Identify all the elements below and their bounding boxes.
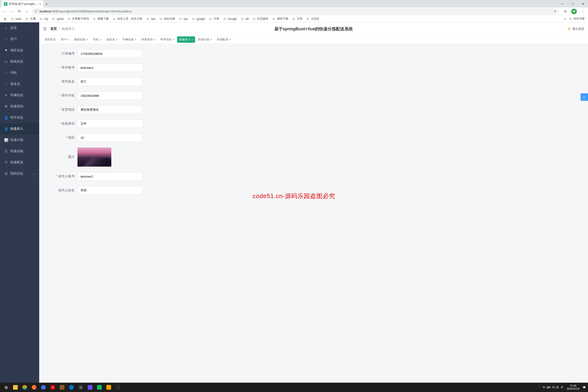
taskbar-app[interactable] [39,383,48,392]
order_no-input[interactable] [78,50,143,58]
sidebar-item[interactable]: 👤快递录入 [0,123,39,134]
battery-icon[interactable]: 🗗 [560,385,564,390]
bookmark-item[interactable]: 🗀txy [38,16,49,22]
nav-tab[interactable]: 快递分拣× [196,36,214,43]
extensions-icon[interactable]: ⊞ [562,8,568,15]
recv_name-input[interactable] [78,186,143,194]
forward-button[interactable]: → [9,9,14,14]
sidebar-item[interactable]: 👤寄件信息 [0,112,39,123]
sidebar-item[interactable]: ☰我的信息⌄ [0,168,39,179]
reload-button[interactable]: ⟳ [17,9,22,14]
nav-tab[interactable]: 快递类别× [139,36,157,43]
bookmark-item[interactable]: 🗀aff [239,16,250,22]
nav-tab[interactable]: 寄件信息× [158,36,176,43]
sidebar-item[interactable]: 🗨快递配送 [0,157,39,168]
tab-close-icon[interactable]: × [210,38,212,41]
sidebar-item[interactable]: ⚑地区信息 [0,45,39,56]
bookmark-item[interactable]: 🗀tools [9,16,23,22]
new-tab-button[interactable]: + [44,1,50,8]
taskbar-app[interactable] [20,383,30,392]
nav-tab[interactable]: 用户× [59,36,71,43]
menu-icon[interactable]: ⋮ [580,8,586,15]
bookmark-item[interactable]: 🗀vpn [145,16,157,22]
ship_addr-input[interactable] [78,106,143,114]
price-input[interactable] [78,134,143,142]
bookmark-item[interactable]: 🗀uplod [50,16,65,22]
bookmark-item[interactable]: 🗀Max云梯 [158,16,176,22]
sidebar-item[interactable]: ☷快递运输 [0,146,39,157]
clock[interactable]: 21:30 2024/12/15 [565,384,581,390]
nav-tab[interactable]: 派送员× [104,36,120,43]
category-input[interactable] [78,120,143,128]
minimize-button[interactable]: — [557,0,568,8]
bookmark-item[interactable]: 🗀Google [222,16,238,22]
tab-close-icon[interactable]: × [68,38,69,41]
apps-icon[interactable]: ⊞ [2,16,8,22]
bookmark-item[interactable]: 🗀社交媒体 [251,16,270,22]
ime-mode[interactable]: 中) [552,386,555,389]
taskbar-app[interactable]: W [48,383,58,392]
translate-icon[interactable]: ✶ [554,10,556,13]
bookmark-item[interactable]: 🗀共享账号密码 [66,16,90,22]
notifications-icon[interactable]: 💬 [582,385,586,390]
start-button[interactable]: ⊞ [2,383,11,392]
sidebar-item[interactable]: 📊快递分拣 [0,134,39,146]
ime-locale[interactable]: 中 [543,386,545,389]
nav-tab[interactable]: 路线信息× [72,36,90,43]
collapse-icon[interactable]: ☰ [43,26,47,32]
profile-avatar[interactable]: W [571,9,577,14]
back-button[interactable]: ← [2,9,6,14]
taskbar-app[interactable] [58,383,67,392]
sidebar-item[interactable]: ≡车辆信息 [0,90,39,101]
bookmark-item[interactable]: 🗀百度 [208,16,221,22]
taskbar-app[interactable] [104,383,114,392]
taskbar-app[interactable] [67,383,76,392]
tab-close-icon[interactable]: × [116,38,117,41]
tab-close-icon[interactable]: × [86,38,88,41]
tab-close-icon[interactable]: × [172,38,174,41]
sidebar-item[interactable]: ∷派送员 [0,78,39,90]
maximize-button[interactable]: □ [568,0,578,8]
sender_phone-input[interactable] [78,92,143,100]
tab-close-icon[interactable]: × [191,38,193,41]
site-info-icon[interactable]: ⓘ [34,9,38,14]
bookmark-item[interactable]: 🗀源码下载 [271,16,290,22]
logout-button[interactable]: ⏻ 退出系统 [568,27,584,31]
nav-tab[interactable]: 系统首页 [42,36,58,43]
ime-lang[interactable]: 英 [556,386,559,389]
bookmark-item[interactable]: 🗀vps [177,16,190,22]
nav-tab[interactable]: 快递配送× [215,36,233,43]
taskbar-app[interactable] [86,383,95,392]
browser-tab[interactable]: V 管理端-基于springBoot+Vue的... × [2,0,44,8]
bookmark-item[interactable]: 🗀宝藏 [24,16,37,22]
chevron-right-icon[interactable]: » [564,17,566,20]
bookmark-item[interactable]: 🗀宝塔 [290,16,304,22]
bookmark-item[interactable]: 🗀google [190,16,206,22]
taskbar-app[interactable]: Q [76,383,86,392]
taskbar-app[interactable] [11,383,20,392]
home-button[interactable]: ⌂ [24,9,29,14]
bookmark-item[interactable]: 🗀云社区 [305,16,321,22]
close-button[interactable]: ✕ [578,0,588,8]
nav-tab[interactable]: 车辆信息× [120,36,138,43]
tab-close-icon[interactable]: × [39,2,41,6]
sender_account-input[interactable] [78,64,143,72]
taskbar-app[interactable] [30,383,39,392]
image-preview[interactable] [78,148,111,166]
sender_name-input[interactable] [78,78,143,86]
recv_account-input[interactable] [78,172,143,180]
sidebar-item[interactable]: ▭路线信息 [0,56,39,67]
float-action-button[interactable]: ∞ [580,93,588,101]
ime-keyboard-icon[interactable]: ⌨ [546,385,551,390]
nav-tab[interactable]: 快递录入× [177,36,195,43]
taskbar-app[interactable] [95,383,104,392]
tray-chevron-icon[interactable]: ˄ [537,385,542,390]
nav-tab[interactable]: 司机× [91,36,103,43]
tab-close-icon[interactable]: × [135,38,136,41]
sidebar-item[interactable]: ∷司机 [0,67,39,78]
address-bar[interactable]: ⓘ localhost:8080/springboot6c5n0906/admi… [32,8,559,15]
tab-close-icon[interactable]: × [229,38,231,41]
sidebar-item[interactable]: ⌂首页 [0,22,39,34]
all-bookmarks[interactable]: 🗀所有书签 [567,16,586,22]
breadcrumb-home[interactable]: 首页 [50,27,57,31]
